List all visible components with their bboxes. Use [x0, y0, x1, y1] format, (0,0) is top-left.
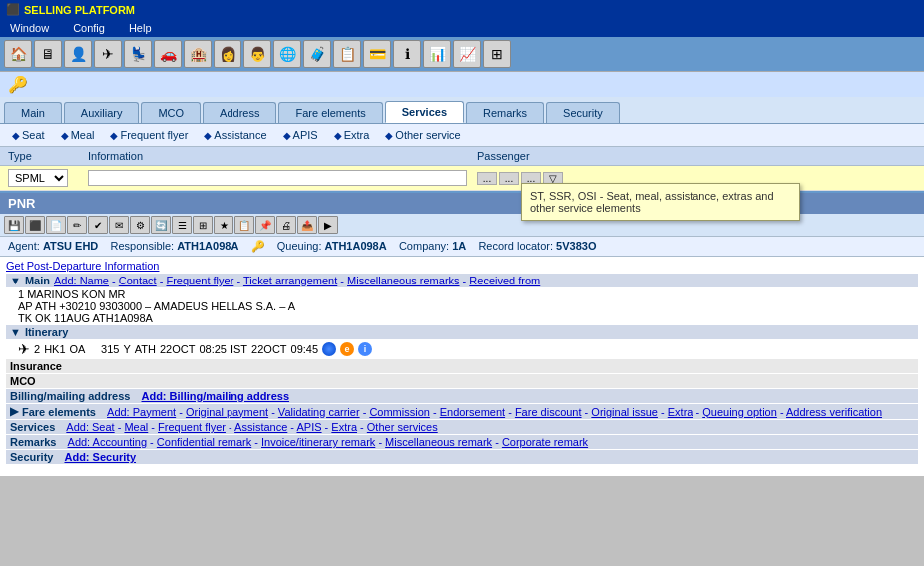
globe-icon	[322, 342, 336, 356]
toolbar-btn-card[interactable]: 💳	[363, 40, 391, 68]
tab-main[interactable]: Main	[4, 102, 62, 123]
tab-fare-elements[interactable]: Fare elements	[278, 102, 382, 123]
type-select[interactable]: SPML	[8, 169, 68, 187]
tab-security[interactable]: Security	[546, 102, 620, 123]
pnr-btn-edit[interactable]: ✏	[67, 216, 87, 234]
pnr-btn-star[interactable]: ★	[214, 216, 233, 234]
fare-add-endorsement[interactable]: Endorsement	[440, 406, 505, 418]
main-add-ticket[interactable]: Ticket arrangement	[243, 275, 337, 286]
svc-meal[interactable]: ◆ Meal	[53, 127, 103, 143]
toolbar-btn-report[interactable]: 📈	[453, 40, 481, 68]
fare-add-discount[interactable]: Fare discount	[515, 406, 582, 418]
pnr-btn-grid2[interactable]: ⊞	[193, 216, 213, 234]
rem-add-invoice[interactable]: Invoice/itinerary remark	[261, 436, 375, 448]
pnr-btn-export[interactable]: 📤	[297, 216, 317, 234]
toolbar-btn-pnr[interactable]: 👤	[64, 40, 92, 68]
pnr-btn-save[interactable]: 💾	[4, 216, 24, 234]
toolbar-btn-info[interactable]: ℹ	[393, 40, 421, 68]
flight-date: 22OCT	[160, 343, 195, 355]
pnr-btn-print[interactable]: 🖨	[276, 216, 296, 234]
security-add-link[interactable]: Add: Security	[64, 451, 136, 463]
tab-mco[interactable]: MCO	[141, 102, 201, 123]
tab-address[interactable]: Address	[203, 102, 276, 123]
tab-services[interactable]: Services	[385, 101, 464, 123]
toolbar-btn-seat[interactable]: 💺	[124, 40, 152, 68]
billing-add-link[interactable]: Add: Billing/mailing address	[141, 390, 289, 402]
toolbar-btn-car[interactable]: 🚗	[154, 40, 182, 68]
main-add-misc[interactable]: Miscellaneous remarks	[347, 275, 459, 286]
toolbar-btn-person2[interactable]: 👨	[243, 40, 271, 68]
rem-add-corporate[interactable]: Corporate remark	[502, 436, 588, 448]
itinerary-collapse-arrow[interactable]: ▼	[10, 326, 21, 338]
main-add-ff[interactable]: Frequent flyer	[166, 275, 233, 286]
fare-add-original[interactable]: Original payment	[186, 406, 268, 418]
tooltip: ST, SSR, OSI - Seat, meal, assistance, e…	[521, 183, 800, 221]
pnr-btn-check[interactable]: ✔	[88, 216, 108, 234]
svc-add-meal[interactable]: Meal	[124, 421, 148, 433]
toolbar-btn-grid[interactable]: ⊞	[483, 40, 511, 68]
toolbar-btn-hotel[interactable]: 🏨	[184, 40, 212, 68]
menu-config[interactable]: Config	[69, 21, 109, 35]
pnr-btn-copy[interactable]: 📋	[234, 216, 254, 234]
grid-cell-info	[84, 169, 473, 187]
pnr-btn-settings[interactable]: ⚙	[130, 216, 150, 234]
svc-other-service[interactable]: ◆ Other service	[377, 127, 468, 143]
menu-help[interactable]: Help	[125, 21, 156, 35]
pnr-btn-arrow[interactable]: ▶	[318, 216, 338, 234]
pnr-fare-header: ▶ Fare elements Add: Payment - Original …	[6, 404, 918, 419]
fare-add-commission[interactable]: Commission	[369, 406, 430, 418]
main-add-received[interactable]: Received from	[469, 275, 540, 286]
toolbar-btn-person[interactable]: 👩	[214, 40, 241, 68]
svc-add-other[interactable]: Other services	[367, 421, 438, 433]
svc-add-seat[interactable]: Add: Seat	[66, 421, 114, 433]
toolbar-btn-flight[interactable]: ✈	[94, 40, 122, 68]
fare-add-address[interactable]: Address verification	[786, 406, 882, 418]
fare-add-extra[interactable]: Extra	[668, 406, 693, 418]
passenger-btn2[interactable]: ...	[499, 172, 519, 185]
svc-add-ff[interactable]: Frequent flyer	[158, 421, 226, 433]
pnr-btn-mail[interactable]: ✉	[109, 216, 129, 234]
info-input[interactable]	[88, 170, 467, 186]
main-add-name[interactable]: Add: Name	[54, 275, 109, 286]
pnr-btn-paste[interactable]: 📌	[255, 216, 275, 234]
fare-add-links: Add: Payment - Original payment - Valida…	[107, 406, 882, 418]
tab-remarks[interactable]: Remarks	[466, 102, 544, 123]
pnr-btn-doc[interactable]: 📄	[46, 216, 66, 234]
rem-add-misc[interactable]: Miscellaneous remark	[385, 436, 492, 448]
svc-seat[interactable]: ◆ Seat	[4, 127, 53, 143]
flight-icon: ✈	[18, 341, 30, 357]
rem-add-confidential[interactable]: Confidential remark	[157, 436, 251, 448]
fare-add-original-issue[interactable]: Original issue	[591, 406, 658, 418]
fare-add-payment[interactable]: Add: Payment	[107, 406, 176, 418]
pnr-btn-refresh[interactable]: 🔄	[151, 216, 171, 234]
toolbar-btn-bag[interactable]: 🧳	[303, 40, 331, 68]
toolbar-btn-chart[interactable]: 📊	[423, 40, 451, 68]
toolbar-btn-terminal[interactable]: 🖥	[34, 40, 62, 68]
info-circle-icon: i	[358, 342, 372, 356]
svc-apis[interactable]: ◆ APIS	[275, 127, 326, 143]
svc-add-assistance[interactable]: Assistance	[234, 421, 287, 433]
fare-add-queuing[interactable]: Queuing option	[702, 406, 777, 418]
post-departure-link[interactable]: Get Post-Departure Information	[6, 260, 159, 272]
pnr-btn-list[interactable]: ☰	[172, 216, 192, 234]
svc-add-apis[interactable]: APIS	[296, 421, 321, 433]
svc-frequent-flyer[interactable]: ◆ Frequent flyer	[102, 127, 196, 143]
toolbar-btn-home[interactable]: 🏠	[4, 40, 32, 68]
main-collapse-arrow[interactable]: ▼	[10, 275, 21, 286]
menu-window[interactable]: Window	[6, 21, 53, 35]
svc-add-extra[interactable]: Extra	[331, 421, 357, 433]
security-label: Security	[10, 451, 53, 463]
main-add-contact[interactable]: Contact	[119, 275, 157, 286]
pnr-main-line2: AP ATH +30210 9303000 – AMADEUS HELLAS S…	[6, 300, 918, 312]
toolbar-btn-docs[interactable]: 📋	[333, 40, 361, 68]
passenger-btn1[interactable]: ...	[477, 172, 497, 185]
remarks-label: Remarks	[10, 436, 56, 448]
svc-extra[interactable]: ◆ Extra	[326, 127, 378, 143]
fare-collapse-arrow[interactable]: ▶	[10, 405, 18, 418]
pnr-btn-cmd[interactable]: ⬛	[25, 216, 45, 234]
svc-assistance[interactable]: ◆ Assistance	[196, 127, 274, 143]
fare-add-validating[interactable]: Validating carrier	[278, 406, 360, 418]
tab-auxiliary[interactable]: Auxiliary	[64, 102, 140, 123]
rem-add-accounting[interactable]: Add: Accounting	[68, 436, 148, 448]
toolbar-btn-globe[interactable]: 🌐	[273, 40, 301, 68]
